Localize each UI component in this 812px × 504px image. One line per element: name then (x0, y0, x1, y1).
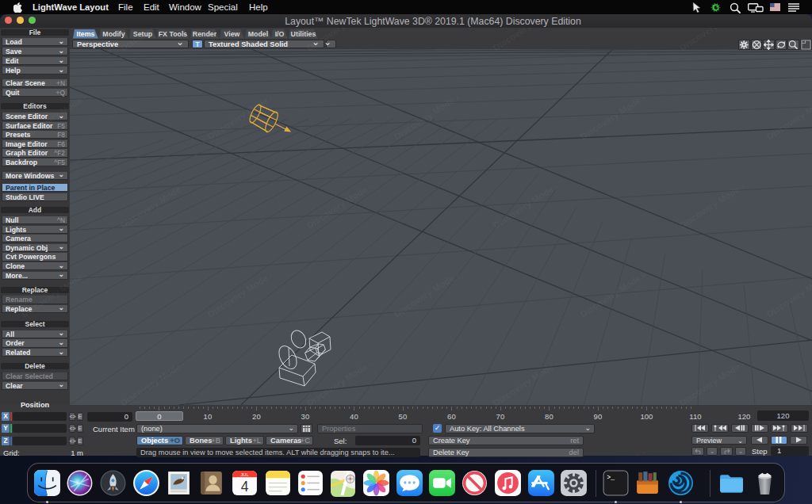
svg-text:4: 4 (241, 479, 249, 494)
svg-text:>_: >_ (607, 474, 615, 481)
svg-text:JUL: JUL (240, 472, 248, 477)
